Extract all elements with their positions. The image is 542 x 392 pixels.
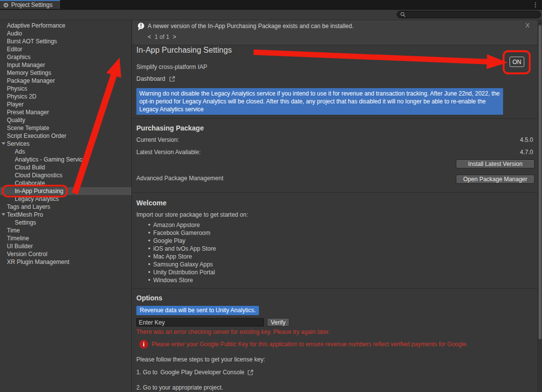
next-notification-button[interactable]: > bbox=[173, 33, 176, 40]
dashboard-link[interactable]: Dashboard bbox=[136, 75, 175, 82]
sidebar-item-label: Script Execution Order bbox=[7, 132, 66, 139]
bullet-icon: • bbox=[148, 269, 150, 276]
verify-button[interactable]: Verify bbox=[267, 318, 289, 327]
sidebar-item-in-app-purchasing[interactable]: In-App Purchasing bbox=[0, 187, 131, 195]
sidebar-item-memory-settings[interactable]: Memory Settings bbox=[0, 69, 131, 77]
search-field[interactable] bbox=[397, 11, 541, 18]
store-list-item: •Amazon Appstore bbox=[148, 221, 216, 229]
current-version-label: Current Version: bbox=[136, 136, 179, 143]
sidebar-item-label: Version Control bbox=[7, 251, 47, 258]
notification-message: A newer version of the In-App Purchasing… bbox=[148, 23, 353, 30]
sidebar-item-scene-template[interactable]: Scene Template bbox=[0, 124, 131, 132]
sidebar-item-label: UI Builder bbox=[7, 243, 33, 250]
sidebar-item-label: Scene Template bbox=[7, 125, 49, 131]
sidebar-item-textmesh-pro[interactable]: TextMesh Pro bbox=[0, 211, 131, 219]
sidebar-item-label: Package Manager bbox=[7, 77, 55, 84]
bullet-icon: • bbox=[148, 245, 150, 252]
sidebar-list: Adaptive PerformanceAudioBurst AOT Setti… bbox=[0, 22, 131, 266]
sidebar-item-analytics-gaming-services[interactable]: Analytics - Gaming Services bbox=[0, 156, 131, 163]
sidebar-item-burst-aot-settings[interactable]: Burst AOT Settings bbox=[0, 37, 131, 45]
sidebar-item-physics-2d[interactable]: Physics 2D bbox=[0, 93, 131, 100]
sidebar-item-label: Physics 2D bbox=[7, 93, 36, 100]
gear-icon: ⚙ bbox=[3, 2, 9, 8]
bullet-icon: • bbox=[148, 229, 150, 236]
sidebar-item-audio[interactable]: Audio bbox=[0, 30, 131, 37]
welcome-intro: Import our store package to get started … bbox=[136, 211, 248, 218]
sidebar-item-label: Preset Manager bbox=[7, 109, 49, 116]
scrollbar-thumb[interactable] bbox=[539, 25, 542, 339]
step-1-text: 1. Go to bbox=[136, 369, 158, 376]
disclosure-triangle-icon[interactable] bbox=[1, 142, 5, 145]
enter-key-input[interactable] bbox=[136, 318, 264, 327]
sidebar-item-version-control[interactable]: Version Control bbox=[0, 250, 131, 258]
sidebar-item-time[interactable]: Time bbox=[0, 227, 131, 234]
sidebar-item-timeline[interactable]: Timeline bbox=[0, 234, 131, 242]
legacy-analytics-warning: Warning do not disable the Legacy Analyt… bbox=[136, 88, 503, 115]
notification-banner: ! A newer version of the In-App Purchasi… bbox=[132, 20, 538, 45]
sidebar-item-label: Burst AOT Settings bbox=[7, 38, 57, 45]
sidebar-item-physics[interactable]: Physics bbox=[0, 85, 131, 93]
sidebar-item-collaborate[interactable]: Collaborate bbox=[0, 179, 131, 187]
bullet-icon: • bbox=[148, 253, 150, 260]
prev-notification-button[interactable]: < bbox=[148, 33, 151, 40]
sidebar-item-adaptive-performance[interactable]: Adaptive Performance bbox=[0, 22, 131, 30]
sidebar-item-cloud-diagnostics[interactable]: Cloud Diagnostics bbox=[0, 171, 131, 179]
sidebar-item-legacy-analytics[interactable]: Legacy Analytics bbox=[0, 195, 131, 203]
sidebar-item-ui-builder[interactable]: UI Builder bbox=[0, 242, 131, 250]
sidebar-item-label: Services bbox=[7, 140, 30, 147]
bullet-icon: • bbox=[148, 277, 150, 284]
latest-version-value: 4.7.0 bbox=[520, 149, 533, 156]
sidebar-item-preset-manager[interactable]: Preset Manager bbox=[0, 108, 131, 116]
key-check-error: There was an error checking server for e… bbox=[136, 328, 330, 335]
sidebar-item-input-manager[interactable]: Input Manager bbox=[0, 61, 131, 69]
current-version-value: 4.5.0 bbox=[520, 136, 533, 143]
tab-project-settings[interactable]: ⚙ Project Settings bbox=[0, 0, 60, 9]
sidebar-item-quality[interactable]: Quality bbox=[0, 116, 131, 124]
purchasing-package-heading: Purchasing Package bbox=[136, 124, 204, 132]
google-public-key-note: Please enter your Google Public Key for … bbox=[152, 341, 468, 348]
install-latest-version-button[interactable]: Install Latest Version bbox=[456, 160, 535, 168]
sidebar-item-ads[interactable]: Ads bbox=[0, 148, 131, 156]
notification-pager: < 1 of 1 > bbox=[148, 33, 176, 40]
search-icon bbox=[400, 12, 406, 17]
license-key-steps-intro: Please follow these steps to get your li… bbox=[136, 356, 265, 363]
scroll-up-arrow-icon[interactable] bbox=[539, 22, 542, 24]
disclosure-triangle-icon[interactable] bbox=[1, 213, 5, 216]
sidebar-item-player[interactable]: Player bbox=[0, 100, 131, 108]
sidebar-item-xr-plugin-management[interactable]: XR Plugin Management bbox=[0, 258, 131, 266]
vertical-scrollbar[interactable] bbox=[538, 21, 542, 392]
sidebar-item-script-execution-order[interactable]: Script Execution Order bbox=[0, 132, 131, 140]
advanced-package-management-label: Advanced Package Management bbox=[136, 175, 223, 182]
info-icon: i bbox=[139, 340, 148, 349]
sidebar-item-label: Editor bbox=[7, 46, 22, 53]
store-list-item: •Mac App Store bbox=[148, 253, 216, 261]
store-list-item: •iOS and tvOs App Store bbox=[148, 245, 216, 253]
close-icon[interactable]: X bbox=[525, 22, 530, 29]
sidebar-item-label: Graphics bbox=[7, 54, 31, 61]
titlebar: ⚙ Project Settings ⋮ bbox=[0, 0, 542, 10]
sidebar-item-label: Cloud Diagnostics bbox=[15, 172, 63, 179]
google-play-console-link[interactable]: Google Play Developer Console bbox=[160, 369, 245, 376]
search-input[interactable] bbox=[408, 11, 533, 18]
welcome-heading: Welcome bbox=[136, 199, 166, 207]
sidebar-item-settings[interactable]: Settings bbox=[0, 219, 131, 227]
store-name: Google Play bbox=[153, 237, 185, 244]
sidebar-item-tags-and-layers[interactable]: Tags and Layers bbox=[0, 203, 131, 211]
options-heading: Options bbox=[136, 294, 162, 302]
dashboard-link-label: Dashboard bbox=[136, 75, 165, 82]
step-1: 1. Go to Google Play Developer Console bbox=[136, 369, 254, 376]
store-list: •Amazon Appstore•Facebook Gameroom•Googl… bbox=[148, 221, 216, 284]
simplify-iap-label: Simplify cross-platform IAP bbox=[136, 64, 207, 70]
sidebar-item-package-manager[interactable]: Package Manager bbox=[0, 77, 131, 85]
iap-toggle-button[interactable]: ON bbox=[510, 57, 524, 67]
sidebar-item-services[interactable]: Services bbox=[0, 140, 131, 148]
sidebar-item-cloud-build[interactable]: Cloud Build bbox=[0, 163, 131, 171]
sidebar-item-editor[interactable]: Editor bbox=[0, 45, 131, 53]
latest-version-label: Latest Version Available: bbox=[136, 149, 201, 156]
kebab-menu-icon[interactable]: ⋮ bbox=[532, 1, 539, 8]
open-package-manager-button[interactable]: Open Package Manager bbox=[456, 175, 535, 184]
sidebar-item-graphics[interactable]: Graphics bbox=[0, 53, 131, 61]
store-name: iOS and tvOs App Store bbox=[153, 245, 216, 252]
store-name: Facebook Gameroom bbox=[153, 229, 210, 236]
store-name: Unity Distribution Portal bbox=[153, 269, 215, 276]
